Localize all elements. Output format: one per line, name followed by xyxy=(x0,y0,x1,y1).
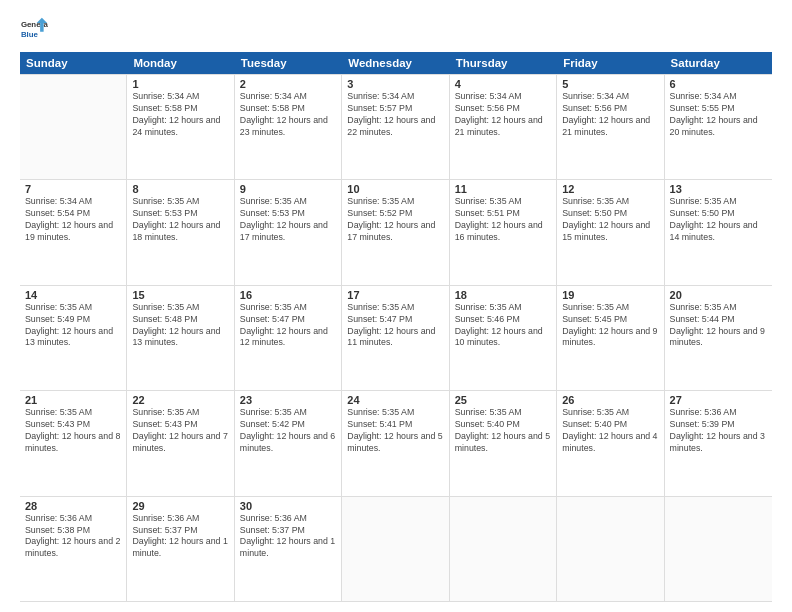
day-number: 21 xyxy=(25,394,121,406)
calendar-cell: 1Sunrise: 5:34 AMSunset: 5:58 PMDaylight… xyxy=(127,75,234,179)
cell-info: Sunrise: 5:35 AMSunset: 5:43 PMDaylight:… xyxy=(132,407,228,455)
calendar-body: 1Sunrise: 5:34 AMSunset: 5:58 PMDaylight… xyxy=(20,74,772,602)
calendar-cell: 22Sunrise: 5:35 AMSunset: 5:43 PMDayligh… xyxy=(127,391,234,495)
day-number: 22 xyxy=(132,394,228,406)
cell-info: Sunrise: 5:35 AMSunset: 5:52 PMDaylight:… xyxy=(347,196,443,244)
day-number: 26 xyxy=(562,394,658,406)
day-number: 15 xyxy=(132,289,228,301)
header-day-sunday: Sunday xyxy=(20,52,127,74)
calendar-cell: 25Sunrise: 5:35 AMSunset: 5:40 PMDayligh… xyxy=(450,391,557,495)
cell-info: Sunrise: 5:35 AMSunset: 5:53 PMDaylight:… xyxy=(132,196,228,244)
cell-info: Sunrise: 5:36 AMSunset: 5:38 PMDaylight:… xyxy=(25,513,121,561)
cell-info: Sunrise: 5:35 AMSunset: 5:45 PMDaylight:… xyxy=(562,302,658,350)
cell-info: Sunrise: 5:35 AMSunset: 5:40 PMDaylight:… xyxy=(455,407,551,455)
day-number: 20 xyxy=(670,289,767,301)
calendar-cell xyxy=(665,497,772,601)
calendar-week-2: 7Sunrise: 5:34 AMSunset: 5:54 PMDaylight… xyxy=(20,180,772,285)
calendar-cell: 14Sunrise: 5:35 AMSunset: 5:49 PMDayligh… xyxy=(20,286,127,390)
day-number: 30 xyxy=(240,500,336,512)
cell-info: Sunrise: 5:34 AMSunset: 5:58 PMDaylight:… xyxy=(132,91,228,139)
svg-text:Blue: Blue xyxy=(21,30,39,39)
day-number: 11 xyxy=(455,183,551,195)
day-number: 23 xyxy=(240,394,336,406)
calendar-cell: 13Sunrise: 5:35 AMSunset: 5:50 PMDayligh… xyxy=(665,180,772,284)
day-number: 2 xyxy=(240,78,336,90)
calendar-cell xyxy=(450,497,557,601)
cell-info: Sunrise: 5:35 AMSunset: 5:53 PMDaylight:… xyxy=(240,196,336,244)
cell-info: Sunrise: 5:35 AMSunset: 5:51 PMDaylight:… xyxy=(455,196,551,244)
cell-info: Sunrise: 5:35 AMSunset: 5:41 PMDaylight:… xyxy=(347,407,443,455)
day-number: 4 xyxy=(455,78,551,90)
cell-info: Sunrise: 5:34 AMSunset: 5:57 PMDaylight:… xyxy=(347,91,443,139)
calendar-cell: 15Sunrise: 5:35 AMSunset: 5:48 PMDayligh… xyxy=(127,286,234,390)
header: General Blue xyxy=(20,16,772,44)
calendar-cell: 24Sunrise: 5:35 AMSunset: 5:41 PMDayligh… xyxy=(342,391,449,495)
calendar-cell: 29Sunrise: 5:36 AMSunset: 5:37 PMDayligh… xyxy=(127,497,234,601)
calendar-cell: 11Sunrise: 5:35 AMSunset: 5:51 PMDayligh… xyxy=(450,180,557,284)
calendar-cell: 18Sunrise: 5:35 AMSunset: 5:46 PMDayligh… xyxy=(450,286,557,390)
calendar-cell: 17Sunrise: 5:35 AMSunset: 5:47 PMDayligh… xyxy=(342,286,449,390)
day-number: 8 xyxy=(132,183,228,195)
day-number: 7 xyxy=(25,183,121,195)
cell-info: Sunrise: 5:35 AMSunset: 5:47 PMDaylight:… xyxy=(240,302,336,350)
logo-icon: General Blue xyxy=(20,16,48,44)
day-number: 29 xyxy=(132,500,228,512)
day-number: 17 xyxy=(347,289,443,301)
calendar-cell: 5Sunrise: 5:34 AMSunset: 5:56 PMDaylight… xyxy=(557,75,664,179)
header-day-thursday: Thursday xyxy=(450,52,557,74)
calendar-cell: 9Sunrise: 5:35 AMSunset: 5:53 PMDaylight… xyxy=(235,180,342,284)
cell-info: Sunrise: 5:34 AMSunset: 5:55 PMDaylight:… xyxy=(670,91,767,139)
calendar-cell: 19Sunrise: 5:35 AMSunset: 5:45 PMDayligh… xyxy=(557,286,664,390)
day-number: 12 xyxy=(562,183,658,195)
calendar-cell: 2Sunrise: 5:34 AMSunset: 5:58 PMDaylight… xyxy=(235,75,342,179)
day-number: 3 xyxy=(347,78,443,90)
day-number: 13 xyxy=(670,183,767,195)
calendar-cell: 23Sunrise: 5:35 AMSunset: 5:42 PMDayligh… xyxy=(235,391,342,495)
cell-info: Sunrise: 5:36 AMSunset: 5:37 PMDaylight:… xyxy=(132,513,228,561)
header-day-tuesday: Tuesday xyxy=(235,52,342,74)
cell-info: Sunrise: 5:35 AMSunset: 5:49 PMDaylight:… xyxy=(25,302,121,350)
calendar-week-3: 14Sunrise: 5:35 AMSunset: 5:49 PMDayligh… xyxy=(20,286,772,391)
cell-info: Sunrise: 5:36 AMSunset: 5:37 PMDaylight:… xyxy=(240,513,336,561)
header-day-friday: Friday xyxy=(557,52,664,74)
cell-info: Sunrise: 5:36 AMSunset: 5:39 PMDaylight:… xyxy=(670,407,767,455)
cell-info: Sunrise: 5:34 AMSunset: 5:56 PMDaylight:… xyxy=(562,91,658,139)
cell-info: Sunrise: 5:35 AMSunset: 5:50 PMDaylight:… xyxy=(670,196,767,244)
logo: General Blue xyxy=(20,16,48,44)
header-day-monday: Monday xyxy=(127,52,234,74)
cell-info: Sunrise: 5:35 AMSunset: 5:43 PMDaylight:… xyxy=(25,407,121,455)
header-day-wednesday: Wednesday xyxy=(342,52,449,74)
calendar-cell: 4Sunrise: 5:34 AMSunset: 5:56 PMDaylight… xyxy=(450,75,557,179)
calendar-cell xyxy=(20,75,127,179)
calendar-cell: 8Sunrise: 5:35 AMSunset: 5:53 PMDaylight… xyxy=(127,180,234,284)
calendar-week-1: 1Sunrise: 5:34 AMSunset: 5:58 PMDaylight… xyxy=(20,74,772,180)
calendar-cell: 26Sunrise: 5:35 AMSunset: 5:40 PMDayligh… xyxy=(557,391,664,495)
day-number: 6 xyxy=(670,78,767,90)
day-number: 10 xyxy=(347,183,443,195)
cell-info: Sunrise: 5:35 AMSunset: 5:50 PMDaylight:… xyxy=(562,196,658,244)
calendar-cell: 16Sunrise: 5:35 AMSunset: 5:47 PMDayligh… xyxy=(235,286,342,390)
calendar-header: SundayMondayTuesdayWednesdayThursdayFrid… xyxy=(20,52,772,74)
calendar-cell: 10Sunrise: 5:35 AMSunset: 5:52 PMDayligh… xyxy=(342,180,449,284)
calendar-cell: 27Sunrise: 5:36 AMSunset: 5:39 PMDayligh… xyxy=(665,391,772,495)
page: General Blue SundayMondayTuesdayWednesda… xyxy=(0,0,792,612)
day-number: 27 xyxy=(670,394,767,406)
day-number: 18 xyxy=(455,289,551,301)
calendar-cell: 28Sunrise: 5:36 AMSunset: 5:38 PMDayligh… xyxy=(20,497,127,601)
day-number: 25 xyxy=(455,394,551,406)
cell-info: Sunrise: 5:34 AMSunset: 5:54 PMDaylight:… xyxy=(25,196,121,244)
calendar-cell: 3Sunrise: 5:34 AMSunset: 5:57 PMDaylight… xyxy=(342,75,449,179)
calendar-cell xyxy=(557,497,664,601)
cell-info: Sunrise: 5:35 AMSunset: 5:40 PMDaylight:… xyxy=(562,407,658,455)
calendar-cell: 12Sunrise: 5:35 AMSunset: 5:50 PMDayligh… xyxy=(557,180,664,284)
calendar-cell xyxy=(342,497,449,601)
calendar-week-5: 28Sunrise: 5:36 AMSunset: 5:38 PMDayligh… xyxy=(20,497,772,602)
header-day-saturday: Saturday xyxy=(665,52,772,74)
day-number: 28 xyxy=(25,500,121,512)
day-number: 1 xyxy=(132,78,228,90)
day-number: 24 xyxy=(347,394,443,406)
cell-info: Sunrise: 5:34 AMSunset: 5:56 PMDaylight:… xyxy=(455,91,551,139)
calendar-cell: 20Sunrise: 5:35 AMSunset: 5:44 PMDayligh… xyxy=(665,286,772,390)
cell-info: Sunrise: 5:35 AMSunset: 5:47 PMDaylight:… xyxy=(347,302,443,350)
calendar-cell: 30Sunrise: 5:36 AMSunset: 5:37 PMDayligh… xyxy=(235,497,342,601)
